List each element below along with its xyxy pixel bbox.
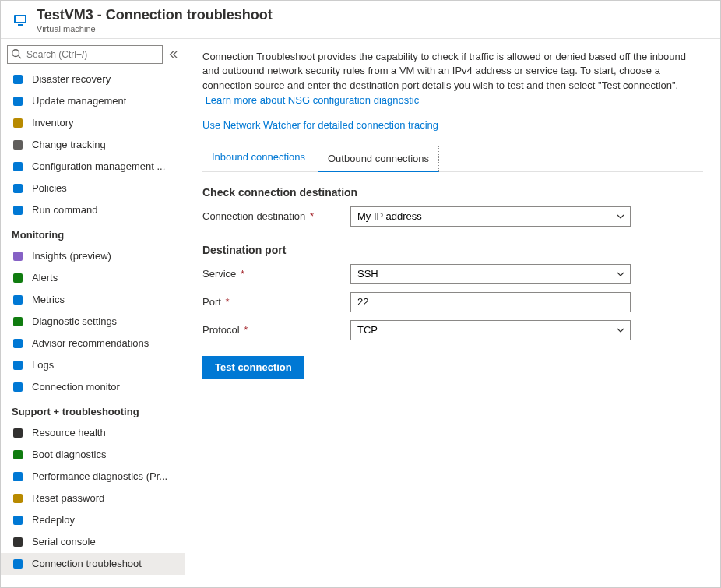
nav-item-icon [12, 381, 24, 393]
sidebar-operations-item[interactable]: Configuration management ... [1, 156, 185, 178]
nav-item-label: Disaster recovery [32, 73, 111, 85]
nav-item-label: Serial console [32, 536, 96, 548]
sidebar-support-item[interactable]: Resource health [1, 422, 185, 444]
nav-item-label: Policies [32, 182, 67, 194]
nav-item-label: Diagnostic settings [32, 315, 117, 327]
nav-item-icon [12, 427, 24, 439]
nav-item-label: Connection troubleshoot [32, 558, 142, 569]
sidebar-operations-item[interactable]: Disaster recovery [1, 69, 185, 90]
nav-item-icon [12, 139, 24, 151]
nav-group-support-title: Support + troubleshooting [1, 398, 185, 422]
nav-item-icon [12, 294, 24, 306]
service-label: Service * [202, 268, 350, 280]
vm-icon [12, 12, 29, 29]
svg-rect-18 [13, 382, 23, 392]
sidebar-support-item[interactable]: Performance diagnostics (Pr... [1, 466, 185, 488]
svg-line-4 [19, 55, 22, 58]
nav-item-label: Advisor recommendations [32, 337, 149, 349]
svg-rect-13 [13, 273, 23, 283]
nav-item-label: Resource health [32, 427, 106, 438]
sidebar: Disaster recoveryUpdate managementInvent… [1, 39, 185, 588]
sidebar-operations-item[interactable]: Inventory [1, 112, 185, 134]
svg-rect-24 [13, 537, 23, 547]
sidebar-operations-item[interactable]: Policies [1, 178, 185, 199]
svg-rect-25 [13, 559, 23, 569]
svg-rect-21 [13, 472, 23, 481]
search-box[interactable] [7, 45, 163, 64]
sidebar-support-item[interactable]: Reset password [1, 488, 185, 509]
nav-item-icon [12, 558, 24, 570]
section-destination-title: Check connection destination [202, 186, 703, 199]
nav-item-icon [12, 449, 24, 461]
nav-item-label: Connection monitor [32, 381, 120, 393]
nav-item-icon [12, 204, 24, 217]
nav-item-icon [12, 315, 24, 328]
nav-item-icon [12, 337, 24, 350]
description-body: Connection Troubleshoot provides the cap… [202, 51, 686, 92]
sidebar-monitoring-item[interactable]: Alerts [1, 267, 185, 289]
tab-inbound[interactable]: Inbound connections [202, 145, 315, 171]
sidebar-monitoring-item[interactable]: Logs [1, 354, 185, 376]
svg-rect-16 [13, 339, 23, 348]
sidebar-support-item[interactable]: Connection troubleshoot [1, 553, 185, 575]
svg-rect-17 [13, 361, 23, 370]
nav-item-icon [12, 95, 24, 107]
nav-group-monitoring-title: Monitoring [1, 221, 185, 245]
nav-item-label: Configuration management ... [32, 160, 165, 172]
sidebar-nav[interactable]: Disaster recoveryUpdate managementInvent… [1, 69, 185, 588]
protocol-select[interactable]: TCP [350, 320, 631, 340]
search-icon [11, 48, 22, 59]
collapse-sidebar-button[interactable] [167, 49, 178, 60]
svg-rect-23 [13, 516, 23, 525]
nav-group-operations: Disaster recoveryUpdate managementInvent… [1, 69, 185, 221]
nav-item-icon [12, 272, 24, 284]
sidebar-monitoring-item[interactable]: Diagnostic settings [1, 311, 185, 333]
sidebar-monitoring-item[interactable]: Connection monitor [1, 376, 185, 398]
page-subtitle: Virtual machine [37, 24, 273, 33]
svg-rect-20 [13, 450, 23, 459]
nav-group-support: Resource healthBoot diagnosticsPerforman… [1, 422, 185, 575]
sidebar-monitoring-item[interactable]: Insights (preview) [1, 245, 185, 267]
nav-item-label: Alerts [32, 272, 58, 283]
sidebar-support-item[interactable]: Boot diagnostics [1, 444, 185, 466]
nav-group-monitoring: Insights (preview)AlertsMetricsDiagnosti… [1, 245, 185, 398]
nav-item-label: Update management [32, 95, 126, 107]
nav-item-label: Insights (preview) [32, 250, 111, 262]
nav-item-icon [12, 359, 24, 371]
protocol-label: Protocol * [202, 324, 350, 336]
sidebar-support-item[interactable]: Redeploy [1, 509, 185, 531]
port-input[interactable] [350, 292, 631, 312]
svg-rect-11 [13, 206, 23, 215]
network-watcher-link[interactable]: Use Network Watcher for detailed connect… [202, 119, 438, 131]
svg-rect-8 [13, 140, 23, 150]
learn-more-link[interactable]: Learn more about NSG configuration diagn… [206, 94, 420, 106]
port-label: Port * [202, 296, 350, 308]
nav-item-icon [12, 73, 24, 86]
sidebar-support-item[interactable]: Serial console [1, 531, 185, 553]
sidebar-operations-item[interactable]: Update management [1, 90, 185, 112]
search-input[interactable] [7, 45, 163, 64]
svg-rect-2 [18, 24, 23, 26]
nav-item-label: Run command [32, 204, 98, 216]
sidebar-operations-item[interactable]: Change tracking [1, 134, 185, 156]
svg-rect-1 [16, 16, 25, 22]
nav-item-label: Logs [32, 359, 54, 371]
tab-outbound[interactable]: Outbound connections [318, 146, 439, 172]
connection-destination-select[interactable]: My IP address [350, 206, 631, 227]
test-connection-button[interactable]: Test connection [202, 356, 304, 379]
nav-item-label: Change tracking [32, 139, 106, 150]
nav-item-label: Boot diagnostics [32, 449, 106, 460]
nav-item-label: Performance diagnostics (Pr... [32, 470, 167, 482]
header: TestVM3 - Connection troubleshoot Virtua… [1, 1, 720, 39]
svg-rect-19 [13, 428, 23, 438]
svg-point-3 [12, 49, 19, 56]
sidebar-operations-item[interactable]: Run command [1, 199, 185, 221]
sidebar-monitoring-item[interactable]: Metrics [1, 289, 185, 311]
service-select[interactable]: SSH [350, 264, 631, 284]
description-text: Connection Troubleshoot provides the cap… [202, 50, 703, 108]
connection-destination-label: Connection destination * [202, 210, 350, 222]
page-title: TestVM3 - Connection troubleshoot [37, 7, 273, 24]
nav-item-icon [12, 492, 24, 505]
nav-item-icon [12, 536, 24, 548]
sidebar-monitoring-item[interactable]: Advisor recommendations [1, 333, 185, 354]
